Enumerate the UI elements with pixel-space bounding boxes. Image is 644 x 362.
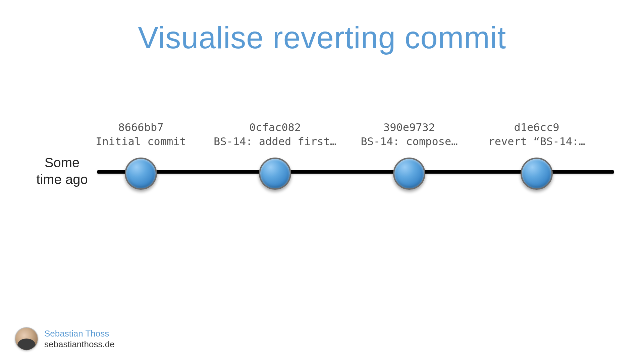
commit-node	[521, 158, 553, 190]
commit-hash: 390e9732	[361, 121, 458, 135]
timeline-start-label: Sometime ago	[30, 154, 94, 188]
commit-message: Initial commit	[96, 135, 186, 149]
commit-label: 390e9732 BS-14: compose…	[361, 121, 458, 148]
commit-node	[393, 158, 425, 190]
author-block: Sebastian Thoss sebastianthoss.de	[15, 327, 115, 351]
commit-label: d1e6cc9 revert “BS-14:…	[488, 121, 585, 148]
commit-node	[259, 158, 291, 190]
commit-message: BS-14: compose…	[361, 135, 458, 149]
author-site: sebastianthoss.de	[44, 339, 115, 350]
commit-message: BS-14: added first…	[214, 135, 336, 149]
commit-label: 8666bb7 Initial commit	[96, 121, 186, 148]
timeline: Sometime ago 8666bb7 Initial commit 0cfa…	[30, 147, 614, 215]
commit-label: 0cfac082 BS-14: added first…	[214, 121, 336, 148]
commit-node	[125, 158, 157, 190]
commit-message: revert “BS-14:…	[488, 135, 585, 149]
commit-hash: 0cfac082	[214, 121, 336, 135]
commit-hash: d1e6cc9	[488, 121, 585, 135]
slide: Visualise reverting commit Sometime ago …	[0, 0, 644, 362]
author-text: Sebastian Thoss sebastianthoss.de	[44, 328, 115, 350]
author-name: Sebastian Thoss	[44, 328, 115, 340]
slide-title: Visualise reverting commit	[0, 20, 644, 55]
commit-hash: 8666bb7	[96, 121, 186, 135]
avatar	[15, 327, 38, 351]
